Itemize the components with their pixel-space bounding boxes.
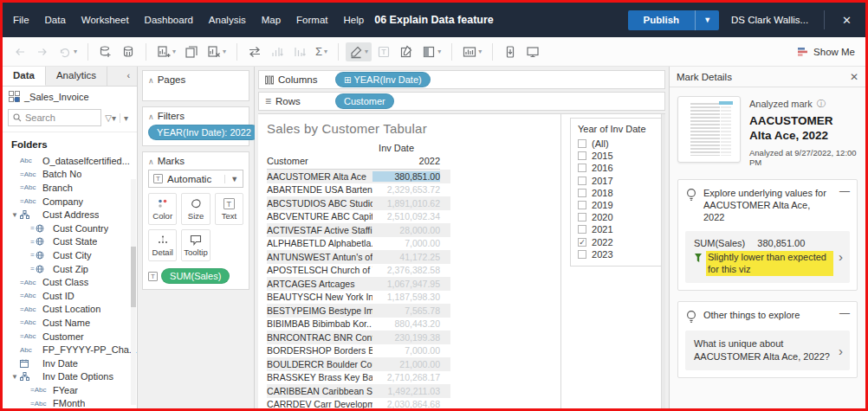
table-row[interactable]: ACTIVESTAF Active Staffi..28,000.00 (267, 223, 450, 237)
table-row[interactable]: BOULDERCR Boulder Cou..21,000.00 (267, 357, 450, 371)
sales-value-cell[interactable]: 28,000.00 (372, 225, 440, 235)
year-filter-option-2022[interactable]: ✓2022 (578, 236, 665, 248)
menu-format[interactable]: Format (296, 15, 327, 25)
collapse-filters-icon[interactable]: ∧ (148, 112, 154, 121)
column-header-2022[interactable]: 2022 (372, 156, 440, 166)
columns-shelf[interactable]: Columns ⊞YEAR(Inv Date) (258, 70, 665, 89)
sales-value-cell[interactable]: 1,187,598.30 (372, 292, 440, 302)
sales-value-cell[interactable]: 7,565.78 (372, 305, 440, 316)
menu-help[interactable]: Help (343, 15, 364, 25)
year-filter-option-2018[interactable]: 2018 (578, 187, 665, 199)
checkbox-icon[interactable] (578, 225, 586, 234)
menu-map[interactable]: Map (262, 15, 281, 25)
format-icon[interactable] (396, 42, 417, 61)
collapse-card-icon[interactable]: — (839, 309, 850, 318)
field-customer[interactable]: =AbcCustomer (3, 330, 137, 344)
add-datasource-icon[interactable] (95, 42, 116, 61)
field-cust-id[interactable]: =AbcCust ID (3, 289, 137, 303)
table-row[interactable]: ALPHABETLD Alphabetla..7,000.00 (267, 237, 450, 251)
unique-question-item[interactable]: What is unique about AACUSTOMER Alta Ace… (685, 331, 850, 370)
menu-analysis[interactable]: Analysis (209, 15, 246, 25)
collapse-marks-icon[interactable]: ∧ (148, 157, 154, 166)
collapse-pane-icon[interactable]: ‹ (120, 67, 137, 86)
publish-button[interactable]: Publish ▼ (628, 10, 719, 30)
field-fp-fyyyy-pp-cha[interactable]: AbcFP_FYYYY-PP_Cha... (3, 343, 137, 356)
fit-icon[interactable]: ▾ (459, 42, 485, 61)
sales-value-cell[interactable]: 880,443.20 (372, 318, 440, 329)
row-header-customer[interactable]: Customer (267, 156, 372, 166)
field-cust-class[interactable]: =AbcCust Class (3, 275, 137, 289)
sales-value-cell[interactable]: 7,000.00 (372, 345, 440, 356)
menu-data[interactable]: Data (45, 15, 66, 25)
totals-icon[interactable]: Σ▾ (312, 43, 331, 60)
chevron-right-icon[interactable]: › (833, 344, 845, 358)
table-row[interactable]: AACUSTOMER Alta Ace380,851.00 (267, 170, 450, 183)
table-row[interactable]: BORDERSHOP Borders B..7,000.00 (267, 344, 450, 358)
table-row[interactable]: ABCSTUDIOS ABC Studio..1,891,010.62 (267, 196, 450, 210)
presentation-mode-icon[interactable] (522, 42, 543, 61)
show-me-button[interactable]: Show Me (797, 46, 858, 57)
table-row[interactable]: BRASSKEY Brass Key Bar2,710,268.17 (267, 371, 450, 385)
fit-icon-caret[interactable]: ▾ (478, 48, 482, 55)
checkbox-icon[interactable] (578, 139, 586, 148)
text-button[interactable]: TText (215, 193, 243, 225)
year-filter-option-2023[interactable]: 2023 (578, 248, 665, 260)
field-cust-zip[interactable]: =Cust Zip (3, 262, 137, 276)
user-menu[interactable]: DS Clark Wallis... (731, 15, 812, 25)
field-inv-date-options[interactable]: ▼Inv Date Options (3, 370, 137, 384)
rows-shelf[interactable]: ≡ Rows Customer (258, 92, 665, 111)
table-row[interactable]: ARTCAGES Artcages1,067,947.95 (267, 277, 450, 291)
sales-value-cell[interactable]: 41,172.25 (372, 252, 440, 262)
sales-value-cell[interactable]: 2,376,382.58 (372, 265, 440, 275)
color-button[interactable]: Color (148, 193, 177, 225)
checkbox-icon[interactable] (578, 250, 586, 259)
sales-value-cell[interactable]: 230,199.38 (372, 332, 440, 343)
field-cust-country[interactable]: =Cust Country (3, 222, 137, 235)
field-cust-name[interactable]: =AbcCust Name (3, 316, 137, 330)
rows-pill-customer[interactable]: Customer (335, 93, 394, 109)
redo-icon-caret[interactable]: ▾ (74, 48, 77, 55)
detail-button[interactable]: Detail (148, 229, 177, 261)
sales-value-cell[interactable]: 2,030,864.68 (372, 399, 440, 408)
mark-type-dropdown[interactable]: T Automatic ▼ (148, 170, 243, 188)
duplicate-sheet-icon[interactable] (181, 42, 202, 61)
view-scrollbar[interactable] (661, 114, 665, 408)
collapse-pages-icon[interactable]: ∧ (148, 76, 154, 85)
table-row[interactable]: BEAUTYSCH New York In..1,187,598.30 (267, 291, 450, 305)
data-pane-scrollbar[interactable] (131, 179, 136, 405)
pause-updates-icon[interactable] (118, 42, 139, 61)
checkbox-icon[interactable] (578, 164, 586, 172)
checkbox-icon[interactable] (578, 177, 586, 185)
table-row[interactable]: APOSTELSCH Church of T..2,376,382.58 (267, 264, 450, 278)
publish-caret-icon[interactable]: ▼ (696, 16, 719, 24)
field-company[interactable]: =AbcCompany (3, 195, 137, 209)
borders-icon-caret[interactable]: ▾ (437, 48, 441, 55)
menu-worksheet[interactable]: Worksheet (81, 15, 129, 25)
field-batch-no[interactable]: =AbcBatch No (3, 168, 137, 182)
field-filter-icon[interactable]: ▽▾ (101, 113, 120, 123)
publish-label[interactable]: Publish (628, 10, 696, 30)
search-input[interactable] (25, 112, 86, 123)
sales-value-cell[interactable]: 380,851.00 (372, 171, 440, 182)
totals-icon-caret[interactable]: ▾ (324, 48, 327, 55)
year-filter-option-2020[interactable]: 2020 (578, 211, 665, 223)
menu-file[interactable]: File (13, 15, 29, 25)
clear-sheet-icon-caret[interactable]: ▾ (223, 48, 226, 55)
table-row[interactable]: BESTYPEIMG Bestype Im..7,565.78 (267, 304, 450, 318)
mark-type-caret-icon[interactable]: ▼ (224, 175, 238, 183)
field-branch[interactable]: =AbcBranch (3, 181, 137, 195)
year-filter-option-2019[interactable]: 2019 (578, 199, 665, 211)
tooltip-button[interactable]: Tooltip (181, 229, 210, 261)
sales-value-cell[interactable]: 7,000.00 (372, 238, 440, 248)
tab-analytics[interactable]: Analytics (46, 67, 107, 86)
year-filter-option-2016[interactable]: 2016 (578, 162, 665, 174)
highlight-icon-caret[interactable]: ▾ (365, 48, 368, 55)
table-row[interactable]: CARRDEV Carr Developm..2,030,864.68 (267, 398, 450, 409)
checkbox-icon[interactable] (578, 151, 586, 160)
device-preview-icon[interactable] (500, 42, 521, 61)
menu-dashboard[interactable]: Dashboard (145, 15, 193, 25)
year-filter-option-2017[interactable]: 2017 (578, 175, 665, 187)
columns-pill-year-inv-date[interactable]: ⊞YEAR(Inv Date) (335, 72, 431, 87)
tab-data[interactable]: Data (3, 67, 46, 86)
sales-value-cell[interactable]: 21,000.00 (372, 359, 440, 369)
